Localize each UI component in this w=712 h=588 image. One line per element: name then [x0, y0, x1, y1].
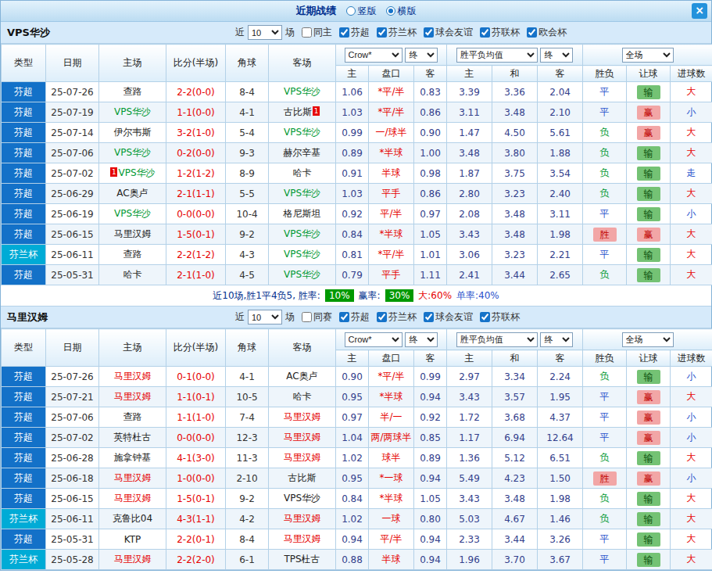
cell-ah: 输: [627, 448, 671, 468]
cell-league: 芬超: [2, 407, 46, 428]
cell-ou: 大: [671, 489, 712, 509]
avg-odds-select[interactable]: 胜平负均值: [456, 332, 538, 347]
cell-away: VPS华沙: [269, 489, 336, 509]
bookmaker-select[interactable]: Crow*: [345, 332, 403, 347]
cell-away: 赫尔辛基: [269, 143, 336, 163]
subcol-result: 胜负: [583, 66, 627, 82]
match-count-select[interactable]: 10: [248, 25, 282, 40]
same-venue-filter[interactable]: 同主: [302, 26, 332, 39]
cell-o2: 0.97: [414, 204, 447, 224]
subcol-avg-away: 客: [538, 66, 583, 82]
win-rate-badge: 10%: [325, 289, 354, 302]
cell-home: 克鲁比04: [99, 509, 166, 529]
match-row: 芬超25-07-26查路2-2(0-0)8-4VPS华沙1.06*平/半0.83…: [2, 82, 712, 102]
league-checkbox[interactable]: [480, 312, 490, 322]
league-checkbox[interactable]: [339, 27, 349, 38]
goals-text: 小: [687, 371, 696, 382]
league-filter-0[interactable]: 芬超: [339, 310, 370, 324]
team-name-text: 施拿钟基: [114, 452, 152, 463]
avg-stage-select[interactable]: 终: [540, 332, 573, 347]
layout-radio-horizontal[interactable]: 横版: [386, 5, 417, 18]
cell-away: VPS华沙: [269, 265, 336, 285]
odds-stage-select[interactable]: 终: [405, 332, 438, 347]
match-row: 芬超25-05-31KTP2-2(0-1)8-4马里汉姆0.94平/半0.942…: [2, 529, 712, 550]
cell-ou: 大: [671, 550, 712, 570]
league-filter-3[interactable]: 芬联杯: [480, 310, 520, 324]
league-checkbox[interactable]: [424, 312, 434, 322]
cell-o2: 0.90: [414, 123, 447, 143]
league-filter-4[interactable]: 欧会杯: [527, 26, 567, 39]
cell-corner: 2-10: [226, 468, 269, 489]
cell-corner: 5-5: [226, 184, 269, 204]
league-filter-2[interactable]: 球会友谊: [424, 26, 473, 39]
radio-icon[interactable]: [346, 6, 356, 16]
cell-home: 马里汉姆: [99, 468, 166, 489]
avg-stage-select[interactable]: 终: [540, 48, 573, 63]
cell-score: 1-1(1-0): [166, 407, 226, 428]
col-header-type: 类型: [2, 329, 46, 367]
cell-date: 25-06-11: [46, 509, 99, 529]
team-name-text: 古比斯: [288, 472, 317, 483]
team-name-text: 马里汉姆: [114, 493, 152, 504]
same-competition-filter[interactable]: 同赛: [302, 310, 332, 324]
league-filter-3[interactable]: 芬联杯: [480, 26, 520, 39]
cell-home: 马里汉姆: [99, 387, 166, 407]
team-name-text: AC奥卢: [116, 188, 148, 199]
league-checkbox[interactable]: [480, 27, 490, 38]
goals-text: 大: [687, 269, 696, 280]
cell-corner: 7-4: [226, 407, 269, 428]
cell-score: 0-2(0-0): [166, 143, 226, 163]
cell-w2: 1.46: [538, 509, 583, 529]
team-name-text: VPS华沙: [284, 269, 320, 280]
league-filter-2[interactable]: 球会友谊: [424, 310, 473, 324]
topbar-controls: 近期战绩 竖版 横版: [296, 4, 417, 18]
league-checkbox[interactable]: [377, 27, 387, 38]
result-text: 平: [600, 106, 610, 117]
team-name-text: 马里汉姆: [114, 371, 152, 382]
result-text: 负: [600, 493, 610, 504]
match-row: 芬超25-07-14伊尔韦斯3-2(1-0)5-4VPS华沙0.99一/球半0.…: [2, 123, 712, 143]
radio-icon[interactable]: [386, 6, 395, 16]
cell-hcap: *平/半: [369, 367, 414, 387]
cell-hcap: 半球: [369, 163, 414, 184]
cell-o1: 0.81: [336, 245, 369, 265]
cell-league: 芬超: [2, 265, 46, 285]
league-checkbox[interactable]: [424, 27, 434, 38]
layout-radio-vertical[interactable]: 竖版: [346, 5, 377, 18]
cell-w1: 2.08: [447, 204, 492, 224]
cell-ou: 小: [671, 468, 712, 489]
cell-league: 芬超: [2, 143, 46, 163]
col-header-date: 日期: [46, 45, 99, 82]
league-checkbox[interactable]: [377, 312, 387, 322]
cell-d: 3.68: [492, 407, 538, 428]
subcol-avg-away: 客: [538, 350, 583, 367]
close-button[interactable]: ×: [692, 3, 707, 19]
cell-score: 3-2(1-0): [166, 123, 226, 143]
result-text: 平: [600, 86, 610, 97]
cell-d: 4.67: [492, 509, 538, 529]
league-filter-1[interactable]: 芬兰杯: [377, 26, 417, 39]
same-venue-checkbox[interactable]: [302, 27, 312, 38]
league-checkbox[interactable]: [339, 312, 349, 322]
match-row: 芬超25-05-31哈卡2-1(1-0)4-5VPS华沙0.79平手1.112.…: [2, 265, 712, 285]
bookmaker-select[interactable]: Crow*: [345, 48, 403, 63]
goals-text: 大: [687, 452, 696, 463]
avg-odds-select[interactable]: 胜平负均值: [456, 48, 538, 63]
match-count-select[interactable]: 10: [248, 310, 282, 324]
fulltime-select[interactable]: 全场: [622, 332, 674, 347]
same-competition-checkbox[interactable]: [302, 312, 312, 322]
fulltime-select[interactable]: 全场: [622, 48, 674, 63]
league-filter-1[interactable]: 芬兰杯: [377, 310, 417, 324]
cell-score: 1-1(0-0): [166, 102, 226, 123]
cell-w2: 6.51: [538, 448, 583, 468]
league-filter-0[interactable]: 芬超: [339, 26, 370, 39]
col-header-home: 主场: [99, 45, 166, 82]
cell-w2: 2.40: [538, 184, 583, 204]
cell-away: VPS华沙: [269, 82, 336, 102]
col-header-corner: 角球: [226, 45, 269, 82]
cell-league: 芬超: [2, 184, 46, 204]
team-name-text: VPS华沙: [284, 249, 320, 260]
cell-w1: 2.80: [447, 184, 492, 204]
odds-stage-select[interactable]: 终: [405, 48, 438, 63]
league-checkbox[interactable]: [527, 27, 537, 38]
